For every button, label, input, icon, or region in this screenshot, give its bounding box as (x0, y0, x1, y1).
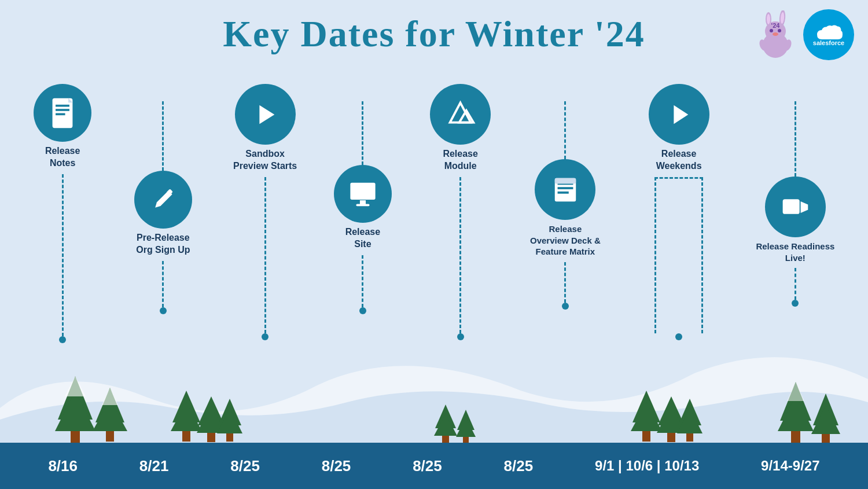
date-1: 8/16 (48, 457, 78, 475)
mascot-icon: '24 (754, 10, 797, 60)
date-8: 9/14-9/27 (761, 458, 819, 474)
title-area: Key Dates for Winter '24 (0, 0, 868, 56)
date-bar: 8/16 8/21 8/25 8/25 8/25 8/25 9/1 | 10/6… (0, 443, 868, 489)
release-overview-label: ReleaseOverview Deck &Feature Matrix (530, 223, 601, 258)
date-2: 8/21 (139, 457, 169, 475)
col-sandbox-preview: SandboxPreview Starts (223, 84, 307, 340)
top-right-branding: '24 salesforce (754, 9, 854, 60)
svg-rect-69 (783, 199, 800, 214)
main-title: Key Dates for Winter '24 (223, 13, 645, 54)
col-release-notes: Release Notes (22, 84, 103, 343)
svg-marker-68 (674, 105, 688, 124)
release-module-icon (430, 84, 491, 145)
release-weekends-icon (649, 84, 709, 145)
svg-rect-58 (351, 184, 374, 199)
release-readiness-label: Release ReadinessLive! (756, 241, 834, 263)
sandbox-preview-label: SandboxPreview Starts (233, 148, 297, 172)
svg-rect-67 (555, 178, 576, 183)
svg-point-7 (778, 29, 781, 32)
svg-rect-59 (360, 200, 366, 204)
svg-rect-60 (356, 204, 369, 206)
col-release-site: ReleaseSite (322, 101, 403, 314)
svg-point-8 (773, 32, 778, 36)
release-site-label: ReleaseSite (345, 226, 381, 251)
svg-text:'24: '24 (771, 22, 781, 29)
col-release-module: ReleaseModule (418, 84, 502, 340)
date-7: 9/1 | 10/6 | 10/13 (595, 458, 699, 474)
timeline-columns: Release Notes Pre-ReleaseOrg Sign Up (0, 84, 868, 443)
svg-point-6 (770, 29, 773, 32)
col-release-readiness: Release ReadinessLive! (745, 101, 846, 307)
salesforce-badge: salesforce (803, 9, 854, 60)
col-release-overview: ReleaseOverview Deck &Feature Matrix (517, 101, 613, 310)
svg-rect-54 (56, 113, 65, 115)
date-4: 8/25 (322, 457, 351, 475)
date-6: 8/25 (504, 457, 534, 475)
release-overview-icon (535, 159, 595, 220)
pre-release-label: Pre-ReleaseOrg Sign Up (136, 232, 190, 256)
release-notes-icon (34, 84, 91, 142)
release-module-label: ReleaseModule (443, 148, 478, 172)
svg-rect-65 (557, 187, 573, 189)
date-5: 8/25 (413, 457, 442, 475)
salesforce-text: salesforce (813, 39, 844, 46)
release-notes-label: Release Notes (45, 145, 80, 170)
date-3: 8/25 (230, 457, 260, 475)
svg-point-4 (767, 14, 770, 24)
sandbox-preview-icon (235, 84, 296, 145)
release-weekends-label: ReleaseWeekends (656, 148, 702, 172)
col-release-weekends: ReleaseWeekends (628, 84, 730, 340)
svg-rect-53 (56, 109, 69, 111)
col-pre-release: Pre-ReleaseOrg Sign Up (118, 101, 208, 314)
release-readiness-icon (765, 177, 826, 237)
svg-rect-52 (56, 104, 69, 106)
release-site-icon (334, 165, 392, 223)
pre-release-icon (134, 171, 192, 229)
svg-rect-66 (557, 191, 568, 193)
svg-marker-56 (260, 105, 275, 124)
svg-marker-70 (801, 201, 808, 213)
